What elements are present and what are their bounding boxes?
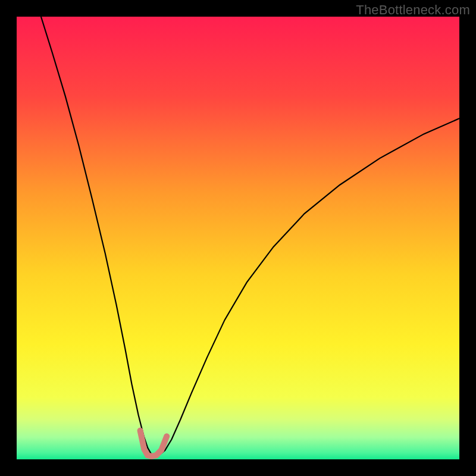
chart-frame: TheBottleneck.com: [0, 0, 476, 476]
bottleneck-curve: [41, 17, 459, 456]
marker-band: [140, 431, 167, 456]
curve-layer: [17, 17, 459, 459]
watermark-text: TheBottleneck.com: [356, 2, 470, 18]
plot-area: [17, 17, 459, 459]
